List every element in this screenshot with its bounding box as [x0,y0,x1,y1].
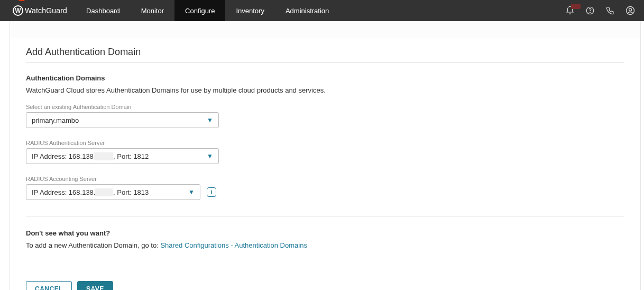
select-existing-domain-value: primary.mambo [32,116,79,124]
logo-circle-icon: W [13,5,23,16]
notifications-icon[interactable] [565,5,575,16]
phone-icon[interactable] [605,5,615,16]
select-radius-auth-server[interactable]: IP Address: 168.138.xx.xx, Port: 1812 ▼ [26,148,219,164]
help-icon[interactable] [585,5,595,16]
nav-monitor[interactable]: Monitor [131,0,174,21]
cancel-button[interactable]: CANCEL [26,281,72,290]
label-existing-domain: Select an existing Authentication Domain [26,104,624,110]
nav-dashboard[interactable]: Dashboard [76,0,131,21]
brand-logo[interactable]: W WatchGuard [0,0,76,21]
top-nav-bar: W WatchGuard Dashboard Monitor Configure… [0,0,644,21]
help-lead: To add a new Authentication Domain, go t… [26,241,160,249]
chevron-down-icon: ▼ [207,116,213,124]
nav-administration[interactable]: Administration [275,0,339,21]
select-radius-acct-server[interactable]: IP Address: 168.138.xx.xx, Port: 1813 ▼ [26,184,200,200]
nav-inventory[interactable]: Inventory [225,0,274,21]
info-icon[interactable]: i [207,187,216,197]
page-content: Add Authentication Domain Authentication… [10,38,640,290]
svg-point-3 [629,8,632,11]
nav-configure[interactable]: Configure [174,0,225,21]
radius-acct-row: IP Address: 168.138.xx.xx, Port: 1813 ▼ … [26,184,624,212]
top-nav-right [565,5,636,16]
label-radius-auth: RADIUS Authentication Server [26,140,624,146]
chevron-down-icon: ▼ [188,188,195,196]
select-existing-domain[interactable]: primary.mambo ▼ [26,112,219,128]
select-radius-auth-value: IP Address: 168.138.xx.xx, Port: 1812 [32,152,149,160]
link-shared-configs[interactable]: Shared Configurations - Authentication D… [160,241,307,249]
chevron-down-icon: ▼ [207,152,213,160]
logo-triangle-icon [19,0,25,1]
help-text: To add a new Authentication Domain, go t… [26,241,624,249]
nav-items: Dashboard Monitor Configure Inventory Ad… [76,0,339,21]
button-row: CANCEL SAVE [26,281,624,290]
label-radius-acct: RADIUS Accounting Server [26,176,624,182]
top-nav-left: W WatchGuard Dashboard Monitor Configure… [0,0,339,21]
section-heading-auth-domains: Authentication Domains [26,74,624,82]
help-heading: Don't see what you want? [26,229,624,237]
divider [26,216,624,216]
section-description: WatchGuard Cloud stores Authentication D… [26,86,624,94]
brand-name: WatchGuard [25,6,67,15]
page-title: Add Authentication Domain [26,47,624,62]
select-radius-acct-value: IP Address: 168.138.xx.xx, Port: 1813 [32,188,149,196]
save-button[interactable]: SAVE [77,281,113,290]
svg-point-1 [590,12,590,13]
account-icon[interactable] [625,5,636,16]
page-container: Add Authentication Domain Authentication… [10,21,641,290]
top-spacer [10,21,640,38]
